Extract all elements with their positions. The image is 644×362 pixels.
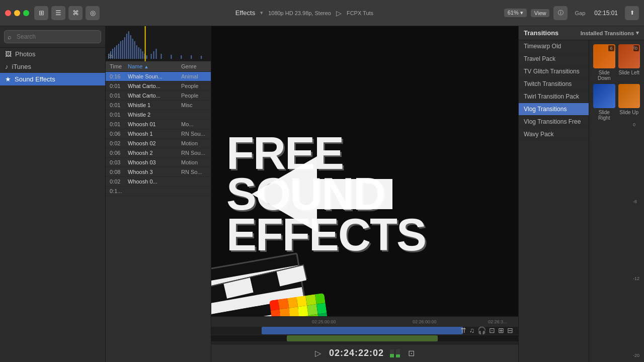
sound-row[interactable]: 0:16 Whale Soun... Animal xyxy=(106,72,211,81)
col-header-time[interactable]: Time xyxy=(108,63,128,69)
media-browser-icon[interactable]: ⊞ xyxy=(34,6,48,20)
transition-item-vlog-free[interactable]: Vlog Transitions Free xyxy=(519,116,589,128)
time-display: 02:15:01 xyxy=(594,10,618,17)
sound-genre: People xyxy=(181,93,209,99)
sound-time: 0:1... xyxy=(108,188,128,194)
sound-row[interactable]: 0:01 Whistle 1 Misc xyxy=(106,101,211,110)
sound-row[interactable]: 0:01 Whistle 2 xyxy=(106,110,211,120)
export-icon[interactable]: ⬆ xyxy=(625,6,639,20)
fullscreen-button[interactable] xyxy=(23,10,29,16)
sound-name: Whoosh 3 xyxy=(128,169,181,175)
transition-item-travel-pack[interactable]: Travel Pack xyxy=(519,53,589,65)
topbar-center: Effects ▾ 1080p HD 23.98p, Stereo ▷ FCPX… xyxy=(105,9,504,17)
sound-row[interactable]: 0:06 Whoosh 2 RN Sou... xyxy=(106,148,211,158)
sound-genre: Animal xyxy=(181,73,209,79)
minimize-button[interactable] xyxy=(14,10,20,16)
transitions-thumbs-area: 6 Slide Down 0 Slide Left Slide Right Sl… xyxy=(589,40,644,362)
sound-name: Whoosh 02 xyxy=(128,140,181,146)
project-name: FCPX Tuts xyxy=(347,10,373,16)
waveform-duration-label: 3s xyxy=(108,53,114,59)
itunes-icon: ♪ xyxy=(5,63,9,70)
sidebar-item-photos[interactable]: 🖼 Photos xyxy=(0,48,105,60)
db-scale: 60-6-12-20 xyxy=(632,41,644,362)
sound-genre: RN So... xyxy=(181,169,209,175)
topbar-right: 61% ▾ View ⓘ Gap 02:15:01 ⬆ xyxy=(504,6,639,20)
close-button[interactable] xyxy=(5,10,11,16)
expand-view-icon[interactable]: ⊡ xyxy=(406,348,417,358)
sidebar-item-photos-label: Photos xyxy=(15,50,35,58)
sidebar-item-itunes[interactable]: ♪ iTunes xyxy=(0,60,105,73)
zoom-control[interactable]: 61% ▾ xyxy=(504,9,527,17)
transport-play-btn[interactable]: ▷ xyxy=(313,348,323,358)
sound-row[interactable]: 0:02 Whoosh 0... xyxy=(106,177,211,187)
installed-transitions-label: Installed Transitions xyxy=(581,30,634,36)
thumb-label-slide-right: Slide Right xyxy=(593,110,615,121)
face-icon[interactable]: ◎ xyxy=(86,6,100,20)
col-header-name[interactable]: Name ▲ xyxy=(128,63,181,69)
svg-marker-30 xyxy=(252,156,392,232)
svg-rect-25 xyxy=(171,55,172,59)
sound-row[interactable]: 0:01 Whoosh 01 Mo... xyxy=(106,120,211,129)
svg-rect-20 xyxy=(146,55,147,59)
key-icon[interactable]: ⌘ xyxy=(68,6,83,20)
sound-name: Whoosh 01 xyxy=(128,121,181,127)
installed-transitions-btn[interactable]: Installed Transitions ▾ xyxy=(581,30,639,36)
svg-rect-28 xyxy=(201,56,202,59)
info-button[interactable]: ⓘ xyxy=(553,6,568,20)
sound-row[interactable]: 0:02 Whoosh 02 Motion xyxy=(106,139,211,148)
sound-row[interactable]: 0:08 Whoosh 3 RN So... xyxy=(106,167,211,177)
resolution-label: 1080p HD 23.98p, Stereo xyxy=(268,10,331,16)
thumb-image-slide-down: 6 xyxy=(593,44,615,68)
svg-rect-24 xyxy=(160,54,162,59)
timeline-bar[interactable]: FCPX Tuts 02:25:26:14 ▶ 02:25:00:00 02:2… xyxy=(211,316,518,344)
sound-row[interactable]: 0:01 What Carto... People xyxy=(106,81,211,91)
search-input[interactable] xyxy=(4,30,101,43)
sound-row[interactable]: 0:03 Whoosh 03 Motion xyxy=(106,158,211,167)
svg-rect-27 xyxy=(191,55,192,59)
sound-time: 0:06 xyxy=(108,131,128,137)
transition-item-tv-glitch[interactable]: TV Glitch Transitions xyxy=(519,65,589,78)
col-header-genre[interactable]: Genre xyxy=(181,63,209,69)
sound-time: 0:01 xyxy=(108,112,128,118)
sound-row[interactable]: 0:06 Whoosh 1 RN Sou... xyxy=(106,129,211,139)
view-button[interactable]: View xyxy=(531,9,550,17)
sound-time: 0:06 xyxy=(108,150,128,156)
db-value: -20 xyxy=(633,353,643,358)
timeline-ctrl-3[interactable]: 🎧 xyxy=(477,326,486,334)
effects-label: Effects xyxy=(235,9,256,17)
sound-genre: Motion xyxy=(181,140,209,146)
sound-name: What Carto... xyxy=(128,93,181,99)
thumb-image-slide-right xyxy=(593,84,615,108)
timeline-ctrl-5[interactable]: ⊞ xyxy=(498,326,504,334)
transition-item-twirl-pack[interactable]: Twirl Transition Pack xyxy=(519,90,589,103)
sidebar-list: 🖼 Photos ♪ iTunes ★ Sound Effects xyxy=(0,48,105,362)
transition-item-timewarp-old[interactable]: Timewarp Old xyxy=(519,40,589,53)
svg-rect-6 xyxy=(118,44,119,59)
timeline-ctrl-1[interactable]: ⇈ xyxy=(460,326,466,334)
db-value: 0 xyxy=(633,122,643,127)
timeline-ctrl-2[interactable]: ♫ xyxy=(469,326,475,334)
transition-item-wavy-pack[interactable]: Wavy Pack xyxy=(519,128,589,141)
svg-rect-13 xyxy=(132,39,133,59)
thumb-item-slide-right[interactable]: Slide Right xyxy=(593,84,615,121)
effects-dropdown-icon[interactable]: ▾ xyxy=(260,10,263,16)
transition-item-vlog[interactable]: Vlog Transitions xyxy=(519,103,589,116)
db-value: 6 xyxy=(633,45,643,50)
library-icon[interactable]: ☰ xyxy=(51,6,65,20)
sound-row[interactable]: 0:1... xyxy=(106,187,211,196)
sound-time: 0:08 xyxy=(108,169,128,175)
transition-item-twitch[interactable]: Twitch Transitions xyxy=(519,78,589,90)
sound-row[interactable]: 0:01 What Carto... People xyxy=(106,91,211,101)
db-value: -6 xyxy=(633,199,643,204)
svg-rect-21 xyxy=(151,54,152,59)
preview-area: FREE SOUND EFFECTS xyxy=(211,26,518,362)
sound-list-headers: Time Name ▲ Genre xyxy=(106,61,211,72)
sound-effects-icon: ★ xyxy=(5,75,11,83)
timeline-ctrl-6[interactable]: ⊟ xyxy=(507,326,513,334)
track-clip-2[interactable] xyxy=(287,335,438,341)
svg-rect-29 xyxy=(145,26,146,61)
thumb-item-slide-down[interactable]: 6 Slide Down xyxy=(593,44,615,81)
track-clip-1[interactable] xyxy=(262,327,463,334)
sidebar-item-sound-effects[interactable]: ★ Sound Effects xyxy=(0,73,105,85)
timeline-ctrl-4[interactable]: ⊡ xyxy=(489,326,495,334)
